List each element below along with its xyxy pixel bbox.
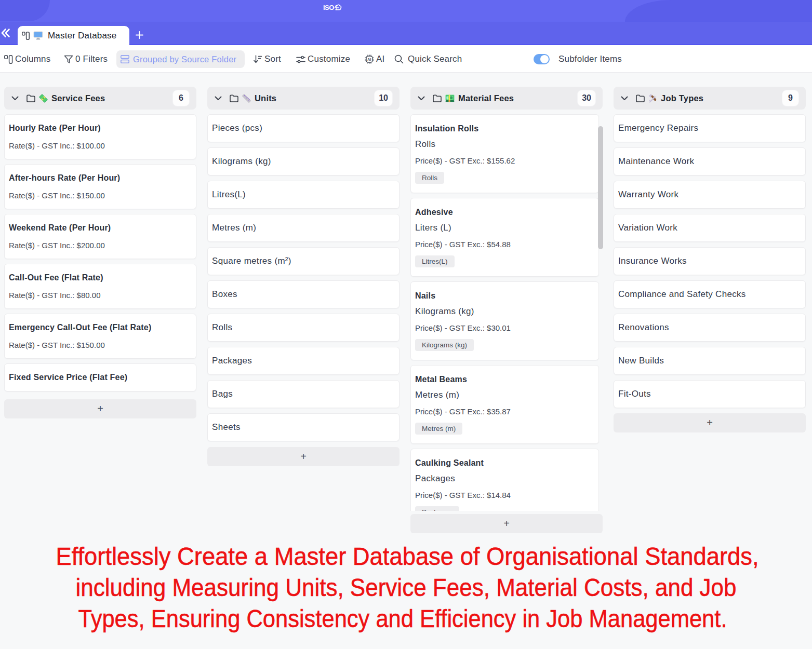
svg-text:iSO: iSO bbox=[323, 4, 334, 11]
svg-text:AI: AI bbox=[367, 58, 371, 61]
svg-text:$: $ bbox=[446, 96, 448, 100]
